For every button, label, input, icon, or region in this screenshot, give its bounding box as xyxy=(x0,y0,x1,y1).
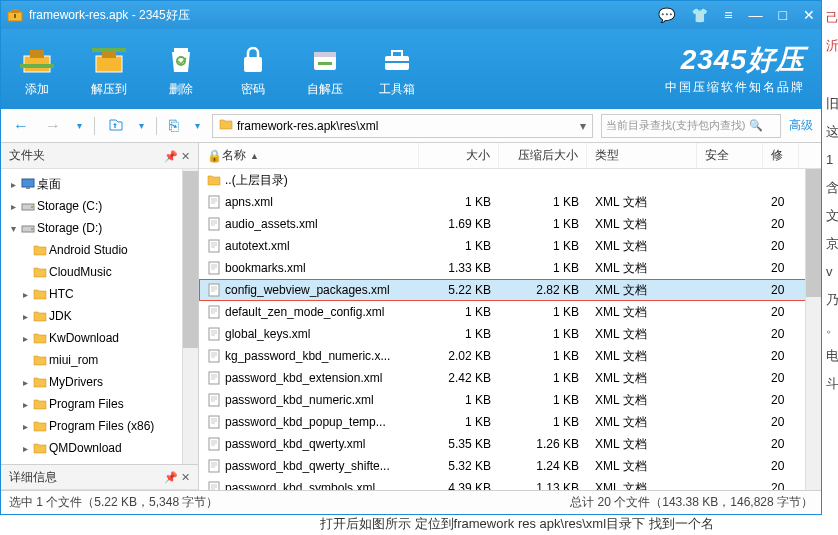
file-row[interactable]: password_kbd_symbols.xml4.39 KB1.13 KBXM… xyxy=(199,477,821,490)
expand-icon[interactable]: ▸ xyxy=(19,289,31,300)
maximize-icon[interactable]: □ xyxy=(779,8,787,22)
lock-icon xyxy=(235,41,271,77)
folder-icon xyxy=(31,266,49,278)
nav-back[interactable]: ← xyxy=(9,117,33,135)
minimize-icon[interactable]: — xyxy=(749,8,763,22)
breadcrumb[interactable]: framework-res.apk\res\xml ▾ xyxy=(212,114,593,138)
menu-icon[interactable]: ≡ xyxy=(724,8,732,22)
status-right: 总计 20 个文件（143.38 KB，146,828 字节） xyxy=(570,494,813,511)
advanced-link[interactable]: 高级 xyxy=(789,117,813,134)
expand-icon[interactable]: ▸ xyxy=(7,201,19,212)
toolbar-sfx[interactable]: 自解压 xyxy=(289,41,361,98)
svg-rect-27 xyxy=(209,262,219,274)
search-input[interactable]: 当前目录查找(支持包内查找) 🔍 xyxy=(601,114,781,138)
folder-icon xyxy=(31,332,49,344)
breadcrumb-dropdown-icon[interactable]: ▾ xyxy=(580,119,586,133)
toolbar-toolbox[interactable]: 工具箱 xyxy=(361,41,433,98)
file-row[interactable]: global_keys.xml1 KB1 KBXML 文档20 xyxy=(199,323,821,345)
file-row[interactable]: config_webview_packages.xml5.22 KB2.82 K… xyxy=(199,279,821,301)
nav-forward[interactable]: → xyxy=(41,117,65,135)
parent-dir-row[interactable]: ..(上层目录) xyxy=(199,169,821,191)
expand-icon[interactable]: ▸ xyxy=(19,377,31,388)
expand-icon[interactable]: ▸ xyxy=(19,311,31,322)
file-row[interactable]: default_zen_mode_config.xml1 KB1 KBXML 文… xyxy=(199,301,821,323)
tree-item[interactable]: miui_rom xyxy=(1,349,198,371)
col-mod-header[interactable]: 修 xyxy=(763,143,799,168)
nav-up-dropdown[interactable]: ▾ xyxy=(135,120,148,131)
chat-icon[interactable]: 💬 xyxy=(658,8,675,22)
file-row[interactable]: password_kbd_qwerty.xml5.35 KB1.26 KBXML… xyxy=(199,433,821,455)
file-row[interactable]: password_kbd_popup_temp...1 KB1 KBXML 文档… xyxy=(199,411,821,433)
file-row[interactable]: kg_password_kbd_numeric.x...2.02 KB1 KBX… xyxy=(199,345,821,367)
tree-item[interactable]: ▸JDK xyxy=(1,305,198,327)
panel-close-icon[interactable]: ✕ xyxy=(181,150,190,162)
pin-icon[interactable]: 📌 xyxy=(164,471,178,483)
desktop-icon xyxy=(19,178,37,190)
file-packed: 1.24 KB xyxy=(499,459,587,473)
expand-icon[interactable]: ▸ xyxy=(7,179,19,190)
file-type: XML 文档 xyxy=(587,304,697,321)
toolbar-delete[interactable]: 删除 xyxy=(145,41,217,98)
nav-action[interactable]: ⎘ xyxy=(165,117,183,135)
tree-item[interactable]: ▸QMDownload xyxy=(1,437,198,459)
expand-icon[interactable]: ▸ xyxy=(19,333,31,344)
toolbar-extract[interactable]: 解压到 xyxy=(73,41,145,98)
skin-icon[interactable]: 👕 xyxy=(691,8,708,22)
expand-icon[interactable]: ▸ xyxy=(19,443,31,454)
tree-item[interactable]: ▸Storage (C:) xyxy=(1,195,198,217)
file-mod: 20 xyxy=(763,437,799,451)
tree-item[interactable]: ▸Program Files (x86) xyxy=(1,415,198,437)
tree-item[interactable]: ▸MyDrivers xyxy=(1,371,198,393)
file-row[interactable]: password_kbd_qwerty_shifte...5.32 KB1.24… xyxy=(199,455,821,477)
file-packed: 1 KB xyxy=(499,371,587,385)
file-row[interactable]: password_kbd_extension.xml2.42 KB1 KBXML… xyxy=(199,367,821,389)
col-sec-header[interactable]: 安全 xyxy=(697,143,763,168)
tree-item[interactable]: ▸Program Files xyxy=(1,393,198,415)
toolbar-add[interactable]: 添加 xyxy=(1,41,73,98)
file-row[interactable]: apns.xml1 KB1 KBXML 文档20 xyxy=(199,191,821,213)
tree-item-label: miui_rom xyxy=(49,353,98,367)
file-row[interactable]: audio_assets.xml1.69 KB1 KBXML 文档20 xyxy=(199,213,821,235)
col-packed-header[interactable]: 压缩后大小 xyxy=(499,143,587,168)
nav-history-dropdown[interactable]: ▾ xyxy=(73,120,86,131)
tree-item-label: MyDrivers xyxy=(49,375,103,389)
search-icon[interactable]: 🔍 xyxy=(749,119,763,132)
tree-item[interactable]: ▸桌面 xyxy=(1,173,198,195)
tree-item[interactable]: ▸KwDownload xyxy=(1,327,198,349)
file-type: XML 文档 xyxy=(587,480,697,491)
toolbar-password-label: 密码 xyxy=(241,81,265,98)
expand-icon[interactable]: ▾ xyxy=(7,223,19,234)
tree-item[interactable]: ▸HTC xyxy=(1,283,198,305)
nav-action-dropdown[interactable]: ▾ xyxy=(191,120,204,131)
file-type: XML 文档 xyxy=(587,238,697,255)
nav-up[interactable] xyxy=(103,117,127,135)
tree-item[interactable]: ShadowsocksR-win- xyxy=(1,459,198,464)
close-icon[interactable]: ✕ xyxy=(803,8,815,22)
expand-icon[interactable]: ▸ xyxy=(19,421,31,432)
file-row[interactable]: password_kbd_numeric.xml1 KB1 KBXML 文档20 xyxy=(199,389,821,411)
filelist-scrollbar[interactable] xyxy=(805,169,821,490)
tree-scrollbar[interactable] xyxy=(182,169,198,464)
file-row[interactable]: bookmarks.xml1.33 KB1 KBXML 文档20 xyxy=(199,257,821,279)
col-type-header[interactable]: 类型 xyxy=(587,143,697,168)
col-size-header[interactable]: 大小 xyxy=(419,143,499,168)
tree-item[interactable]: ▾Storage (D:) xyxy=(1,217,198,239)
file-packed: 1 KB xyxy=(499,349,587,363)
drive-icon xyxy=(19,222,37,234)
panel-close-icon[interactable]: ✕ xyxy=(181,471,190,483)
file-row[interactable]: autotext.xml1 KB1 KBXML 文档20 xyxy=(199,235,821,257)
svg-rect-30 xyxy=(209,328,219,340)
svg-point-23 xyxy=(31,228,33,230)
pin-icon[interactable]: 📌 xyxy=(164,150,178,162)
toolbar-password[interactable]: 密码 xyxy=(217,41,289,98)
file-size: 1 KB xyxy=(419,305,499,319)
tree-item[interactable]: CloudMusic xyxy=(1,261,198,283)
tree-item-label: HTC xyxy=(49,287,74,301)
status-left: 选中 1 个文件（5.22 KB，5,348 字节） xyxy=(9,494,570,511)
tree-item-label: KwDownload xyxy=(49,331,119,345)
expand-icon[interactable]: ▸ xyxy=(19,399,31,410)
col-name-header[interactable]: 🔒 名称▲ xyxy=(199,143,419,168)
tree-item[interactable]: Android Studio xyxy=(1,239,198,261)
file-type: XML 文档 xyxy=(587,348,697,365)
toolbar-toolbox-label: 工具箱 xyxy=(379,81,415,98)
